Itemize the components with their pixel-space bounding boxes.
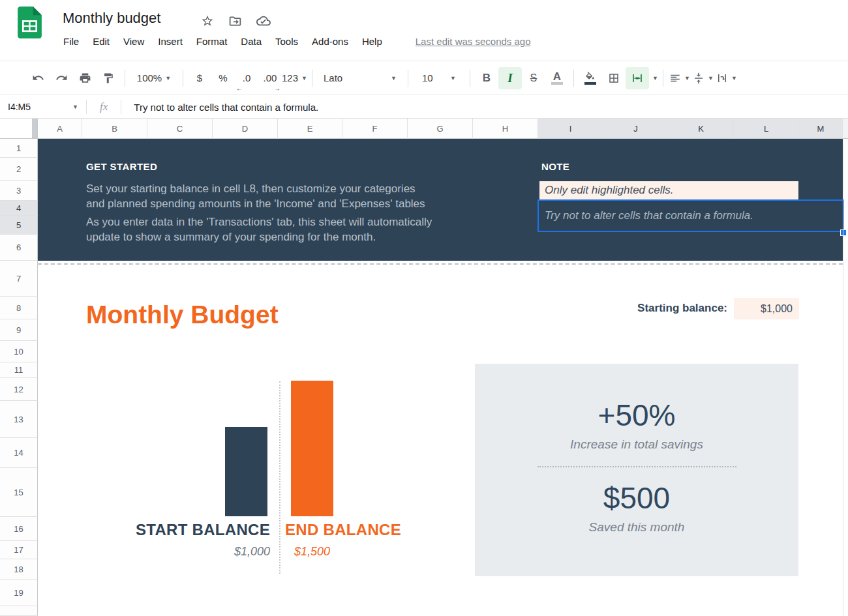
column-header-G[interactable]: G: [408, 119, 473, 139]
column-header-E[interactable]: E: [278, 119, 342, 139]
end-balance-category: END BALANCE: [285, 521, 448, 539]
start-balance-value: $1,000: [194, 545, 270, 559]
row-header-4[interactable]: 4: [0, 201, 38, 216]
row-header-6[interactable]: 6: [0, 235, 38, 261]
starting-balance-cell[interactable]: $1,000: [734, 298, 799, 319]
column-header-K[interactable]: K: [669, 119, 734, 139]
last-edit-link[interactable]: Last edit was seconds ago: [416, 36, 531, 47]
title-bar: Monthly budget File Edit View Insert For…: [0, 0, 848, 60]
text-color-button[interactable]: A: [545, 67, 569, 89]
column-header-F[interactable]: F: [342, 119, 408, 139]
more-formats-button[interactable]: 123▼: [282, 67, 307, 89]
merge-dropdown[interactable]: ▼: [652, 75, 658, 81]
bold-button[interactable]: B: [475, 67, 498, 89]
corner-block: [32, 119, 37, 138]
increase-decimal-button[interactable]: .00→: [258, 67, 282, 89]
decrease-decimal-button[interactable]: .0←: [235, 67, 258, 89]
fill-color-swatch: [584, 82, 596, 85]
formula-input[interactable]: Try not to alter cells that contain a fo…: [134, 102, 318, 113]
menu-help[interactable]: Help: [362, 36, 382, 47]
menu-view[interactable]: View: [123, 36, 144, 47]
zoom-select[interactable]: 100%▼: [130, 67, 178, 89]
column-header-B[interactable]: B: [82, 119, 147, 139]
horizontal-align-button[interactable]: ▼: [668, 67, 691, 89]
select-all-corner[interactable]: [0, 119, 38, 139]
balance-bar-chart[interactable]: START BALANCE END BALANCE $1,000 $1,500: [38, 374, 462, 582]
chevron-down-icon: ▼: [72, 104, 78, 110]
chevron-down-icon: ▼: [301, 75, 307, 81]
menu-file[interactable]: File: [63, 36, 79, 47]
row-header-9[interactable]: 9: [0, 319, 38, 341]
menu-insert[interactable]: Insert: [158, 36, 183, 47]
column-header-M[interactable]: M: [799, 119, 843, 139]
starting-balance-label: Starting balance:: [554, 302, 727, 315]
font-family-select[interactable]: Lato▼: [317, 67, 403, 89]
header-banner: GET STARTED Set your starting balance in…: [38, 139, 843, 261]
note-title: NOTE: [541, 161, 569, 172]
cloud-check-icon[interactable]: [256, 14, 271, 28]
text-color-swatch: [551, 82, 563, 85]
redo-button[interactable]: [50, 67, 73, 89]
savings-summary-panel[interactable]: +50% Increase in total savings $500 Save…: [475, 364, 798, 576]
percent-caption: Increase in total savings: [475, 437, 798, 452]
column-header-A[interactable]: A: [38, 119, 82, 139]
menu-tools[interactable]: Tools: [275, 36, 298, 47]
row-header-partial[interactable]: [0, 606, 38, 616]
column-header-I[interactable]: I: [538, 119, 603, 139]
percent-stat: +50%: [475, 398, 798, 433]
star-icon[interactable]: [201, 14, 214, 27]
format-percent-button[interactable]: %: [211, 67, 235, 89]
column-headers: ABCDEFGHIJKLM: [38, 119, 843, 139]
sheet-canvas[interactable]: GET STARTED Set your starting balance in…: [38, 139, 848, 616]
row-header-10[interactable]: 10: [0, 341, 38, 362]
menu-format[interactable]: Format: [196, 36, 228, 47]
merge-cells-button[interactable]: [626, 67, 649, 89]
font-size-select[interactable]: 10▼: [413, 67, 465, 89]
end-balance-value: $1,500: [294, 545, 372, 559]
row-header-15[interactable]: 15: [0, 468, 38, 517]
fill-handle[interactable]: [840, 229, 847, 236]
row-header-13[interactable]: 13: [0, 401, 38, 438]
undo-button[interactable]: [26, 67, 50, 89]
row-header-5[interactable]: 5: [0, 216, 38, 235]
sheets-logo-icon[interactable]: [18, 7, 42, 41]
row-header-14[interactable]: 14: [0, 438, 38, 468]
menu-data[interactable]: Data: [241, 36, 262, 47]
format-currency-button[interactable]: $: [188, 67, 211, 89]
column-header-C[interactable]: C: [147, 119, 213, 139]
chevron-down-icon: ▼: [165, 75, 171, 81]
start-balance-bar: [225, 427, 267, 516]
column-header-D[interactable]: D: [213, 119, 278, 139]
name-box[interactable]: I4:M5▼: [0, 102, 86, 112]
row-header-19[interactable]: 19: [0, 580, 38, 606]
italic-button[interactable]: I: [498, 67, 522, 89]
vertical-align-button[interactable]: ▼: [691, 67, 715, 89]
row-header-17[interactable]: 17: [0, 541, 38, 559]
print-button[interactable]: [73, 67, 97, 89]
column-header-L[interactable]: L: [734, 119, 799, 139]
row-header-11[interactable]: 11: [0, 362, 38, 378]
row-header-16[interactable]: 16: [0, 517, 38, 541]
chart-divider: [279, 381, 280, 574]
strikethrough-button[interactable]: S: [522, 67, 545, 89]
borders-button[interactable]: [602, 67, 626, 89]
selected-cell[interactable]: Try not to alter cells that contain a fo…: [538, 199, 844, 232]
fill-color-button[interactable]: [579, 67, 602, 89]
paint-format-button[interactable]: [97, 67, 120, 89]
row-header-18[interactable]: 18: [0, 559, 38, 580]
note-highlighted-cell[interactable]: Only edit highlighted cells.: [539, 181, 798, 199]
column-header-J[interactable]: J: [603, 119, 669, 139]
menu-edit[interactable]: Edit: [93, 36, 110, 47]
column-header-H[interactable]: H: [473, 119, 538, 139]
row-header-2[interactable]: 2: [0, 158, 38, 181]
row-header-3[interactable]: 3: [0, 181, 38, 201]
row-header-1[interactable]: 1: [0, 139, 38, 158]
row-header-7[interactable]: 7: [0, 261, 38, 297]
move-folder-icon[interactable]: [228, 14, 242, 28]
text-wrap-button[interactable]: ▼: [715, 67, 738, 89]
row-header-8[interactable]: 8: [0, 297, 38, 319]
doc-title[interactable]: Monthly budget: [63, 10, 160, 27]
row-header-12[interactable]: 12: [0, 378, 38, 401]
panel-divider: [538, 466, 736, 467]
menu-addons[interactable]: Add-ons: [312, 36, 348, 47]
